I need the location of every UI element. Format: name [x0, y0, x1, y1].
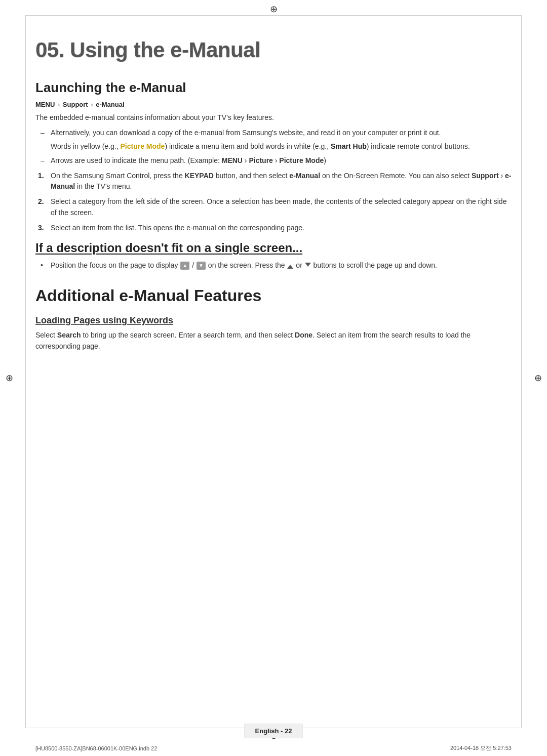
page-number-box: English - 22 — [245, 724, 303, 738]
footer: [HU8500-8550-ZA]BN68-06001K-00ENG.indb 2… — [0, 744, 547, 752]
section-heading-launching: Launching the e-Manual — [35, 80, 512, 96]
menu-item-emanual: e-Manual — [96, 101, 124, 108]
subsection-heading-loading: Loading Pages using Keywords — [35, 315, 512, 326]
bullet-text-3: Arrows are used to indicate the menu pat… — [51, 156, 326, 164]
num-2: 2. — [38, 196, 44, 207]
up-page-icon: ▲ — [180, 262, 189, 270]
menu-path: MENU › Support › e-Manual — [35, 101, 512, 108]
border-right — [521, 15, 522, 728]
border-left — [25, 15, 26, 728]
numbered-item-1: 1. On the Samsung Smart Control, press t… — [38, 171, 512, 192]
page-label: English - 22 — [255, 727, 292, 735]
smart-hub-text: Smart Hub — [331, 142, 367, 150]
bullet-list-fit: Position the focus on the page to displa… — [41, 260, 512, 271]
picture-mode-text: Picture Mode — [120, 142, 165, 150]
reg-mark-right: ⊕ — [533, 373, 543, 383]
bullet-text-2: Words in yellow (e.g., Picture Mode) ind… — [51, 142, 470, 150]
arrow-1: › — [56, 101, 62, 108]
arrow-2: › — [89, 101, 95, 108]
chapter-title: 05. Using the e-Manual — [35, 38, 512, 62]
section-heading-fit: If a description doesn't fit on a single… — [35, 241, 512, 255]
num-3: 3. — [38, 223, 44, 234]
bullet-item-1: Alternatively, you can download a copy o… — [41, 128, 512, 139]
numbered-text-3: Select an item from the list. This opens… — [51, 224, 304, 232]
reg-mark-top: ⊕ — [268, 4, 279, 14]
footer-date-info: 2014-04-18 오전 5:27:53 — [450, 744, 512, 752]
bullet-fit-text: Position the focus on the page to displa… — [51, 261, 437, 269]
content-area: 05. Using the e-Manual Launching the e-M… — [35, 23, 512, 721]
subsection-loading-body: Select Search to bring up the search scr… — [35, 330, 512, 352]
numbered-item-2: 2. Select a category from the left side … — [38, 196, 512, 218]
numbered-item-3: 3. Select an item from the list. This op… — [38, 223, 512, 234]
bullet-fit-item: Position the focus on the page to displa… — [41, 260, 512, 271]
menu-item-menu: MENU — [35, 101, 55, 108]
up-arrow-icon — [287, 263, 293, 269]
num-1: 1. — [38, 171, 44, 182]
bullet-list-launching: Alternatively, you can download a copy o… — [41, 128, 512, 166]
footer-file-info: [HU8500-8550-ZA]BN68-06001K-00ENG.indb 2… — [35, 745, 157, 751]
bullet-item-2: Words in yellow (e.g., Picture Mode) ind… — [41, 141, 512, 152]
intro-text: The embedded e-manual contains informati… — [35, 112, 512, 123]
numbered-list-launching: 1. On the Samsung Smart Control, press t… — [38, 171, 512, 233]
down-page-icon: ▼ — [197, 262, 206, 270]
down-arrow-icon — [305, 263, 311, 269]
menu-item-support: Support — [63, 101, 88, 108]
bullet-text-1: Alternatively, you can download a copy o… — [51, 129, 441, 137]
numbered-text-1: On the Samsung Smart Control, press the … — [51, 172, 511, 191]
numbered-text-2: Select a category from the left side of … — [51, 197, 506, 217]
section-heading-additional: Additional e-Manual Features — [35, 286, 512, 305]
reg-mark-left: ⊕ — [4, 373, 14, 383]
page: ⊕ ⊕ ⊕ ⊕ 05. Using the e-Manual Launching… — [0, 0, 547, 756]
border-top — [25, 15, 522, 16]
bullet-item-3: Arrows are used to indicate the menu pat… — [41, 155, 512, 166]
